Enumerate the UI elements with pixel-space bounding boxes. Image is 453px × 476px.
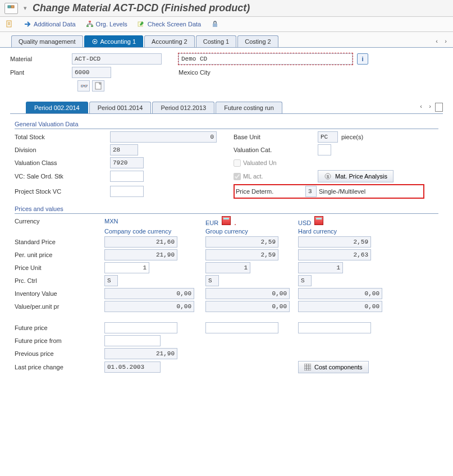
- general-valuation-title: General Valuation Data: [15, 121, 438, 129]
- inventory-value-eur[interactable]: [205, 288, 290, 299]
- base-unit-field[interactable]: [318, 131, 338, 143]
- price-unit-eur[interactable]: [205, 262, 250, 273]
- division-label: Division: [15, 147, 110, 153]
- plant-field[interactable]: [72, 67, 111, 78]
- price-unit-mxn[interactable]: [104, 262, 149, 273]
- future-price-from-label: Future price from: [15, 337, 104, 344]
- toolbar: Additional Data Org. Levels Check Screen…: [0, 17, 453, 32]
- subtab-period-001-2014[interactable]: Period 001.2014: [89, 102, 152, 113]
- prices-section: Prices and values Currency MXN EUR . USD…: [15, 205, 438, 373]
- value-per-unit-label: Value/per.unit pr: [15, 303, 104, 310]
- subtab-expand-icon[interactable]: [435, 103, 443, 112]
- tab-quality-management[interactable]: Quality management: [11, 35, 83, 47]
- future-price-label: Future price: [15, 324, 104, 331]
- valuation-cat-field[interactable]: [318, 144, 331, 155]
- previous-price-field[interactable]: [104, 348, 177, 359]
- price-unit-usd[interactable]: [298, 262, 343, 273]
- total-stock-field[interactable]: [110, 131, 217, 143]
- value-per-unit-mxn[interactable]: [104, 301, 194, 312]
- page-icon: [95, 82, 102, 90]
- prc-ctrl-eur[interactable]: [205, 275, 219, 286]
- tab-next[interactable]: ›: [442, 38, 450, 44]
- svg-rect-3: [89, 21, 91, 22]
- new-page-button[interactable]: [92, 80, 104, 91]
- inventory-value-label: Inventory Value: [15, 290, 104, 297]
- main-tabstrip: Quality management Accounting 1 Accounti…: [0, 32, 453, 48]
- page-title: Change Material ACT-DCD (Finished produc…: [33, 2, 250, 14]
- valuation-class-field[interactable]: [110, 157, 144, 168]
- org-icon: [86, 20, 94, 28]
- subtab-prev[interactable]: ‹: [417, 103, 425, 112]
- future-price-eur[interactable]: [205, 322, 278, 333]
- last-price-change-field[interactable]: [104, 361, 161, 373]
- division-field[interactable]: [110, 144, 138, 155]
- future-price-mxn[interactable]: [104, 322, 177, 333]
- inventory-value-mxn[interactable]: [104, 288, 194, 299]
- titlebar: ▾ Change Material ACT-DCD (Finished prod…: [0, 0, 453, 17]
- project-stock-field[interactable]: [110, 186, 144, 197]
- prc-ctrl-usd[interactable]: [298, 275, 312, 286]
- std-price-usd[interactable]: [298, 236, 371, 248]
- document-icon: [6, 20, 13, 28]
- value-per-unit-eur[interactable]: [205, 301, 290, 312]
- tab-costing-1[interactable]: Costing 1: [196, 35, 236, 47]
- per-unit-eur[interactable]: [205, 249, 278, 260]
- inventory-value-usd[interactable]: [298, 288, 382, 299]
- total-stock-label: Total Stock: [15, 134, 110, 140]
- material-label: Material: [10, 56, 72, 62]
- tab-costing-2[interactable]: Costing 2: [237, 35, 278, 47]
- per-unit-usd[interactable]: [298, 249, 371, 260]
- std-price-mxn[interactable]: [104, 236, 177, 248]
- period-tabstrip: Period 002.2014 Period 001.2014 Period 0…: [10, 98, 443, 114]
- cost-components-button[interactable]: Cost components: [298, 361, 369, 373]
- currency-icon: $: [324, 172, 332, 180]
- check-screen-button[interactable]: Check Screen Data: [138, 20, 201, 28]
- tab-accounting-2[interactable]: Accounting 2: [144, 35, 195, 47]
- subtab-future-costing[interactable]: Future costing run: [216, 102, 282, 113]
- prc-ctrl-mxn[interactable]: [104, 275, 118, 286]
- additional-data-button[interactable]: Additional Data: [24, 20, 76, 28]
- per-unit-mxn[interactable]: [104, 249, 177, 260]
- price-determ-text: Single-/Multilevel: [319, 188, 365, 195]
- display-button[interactable]: 👓: [77, 80, 90, 91]
- base-unit-label: Base Unit: [234, 134, 318, 140]
- subtab-period-012-2013[interactable]: Period 012.2013: [152, 102, 214, 113]
- per-unit-label: Per. unit price: [15, 251, 104, 258]
- std-price-eur[interactable]: [205, 236, 278, 248]
- check-icon: [138, 20, 145, 28]
- material-field[interactable]: [72, 53, 162, 65]
- gear-icon: [91, 38, 98, 45]
- material-desc-field[interactable]: [179, 53, 353, 65]
- svg-rect-4: [86, 25, 89, 27]
- tab-prev[interactable]: ‹: [433, 38, 441, 44]
- currency-mxn: MXN: [104, 218, 205, 225]
- lock-button[interactable]: [211, 20, 219, 28]
- base-unit-text: piece(s): [341, 134, 363, 140]
- project-stock-label: Project Stock VC: [15, 188, 110, 195]
- calculator-icon[interactable]: [314, 216, 323, 225]
- back-button[interactable]: [6, 20, 13, 28]
- valuation-cat-label: Valuation Cat.: [234, 147, 318, 153]
- svg-rect-0: [8, 6, 11, 8]
- info-icon[interactable]: i: [357, 53, 368, 65]
- subtab-next[interactable]: ›: [426, 103, 434, 112]
- menu-icon[interactable]: [4, 3, 18, 14]
- plant-label: Plant: [10, 69, 72, 76]
- org-levels-button[interactable]: Org. Levels: [86, 20, 127, 28]
- future-price-usd[interactable]: [298, 322, 371, 333]
- subtab-period-002-2014[interactable]: Period 002.2014: [26, 102, 88, 113]
- svg-point-9: [94, 41, 95, 43]
- price-determ-field[interactable]: [305, 186, 317, 197]
- vc-sale-label: VC: Sale Ord. Stk: [15, 173, 110, 180]
- vc-sale-field[interactable]: [110, 171, 144, 182]
- valuation-class-label: Valuation Class: [15, 159, 110, 166]
- future-price-from-field[interactable]: [104, 335, 161, 346]
- value-per-unit-usd[interactable]: [298, 301, 382, 312]
- std-price-label: Standard Price: [15, 239, 104, 245]
- ml-act-checkbox: ML act.: [234, 173, 318, 180]
- previous-price-label: Previous price: [15, 350, 104, 357]
- tab-accounting-1[interactable]: Accounting 1: [84, 35, 144, 47]
- calculator-icon[interactable]: [222, 216, 231, 225]
- svg-rect-7: [213, 24, 217, 27]
- mat-price-analysis-button[interactable]: $ Mat. Price Analysis: [318, 170, 393, 182]
